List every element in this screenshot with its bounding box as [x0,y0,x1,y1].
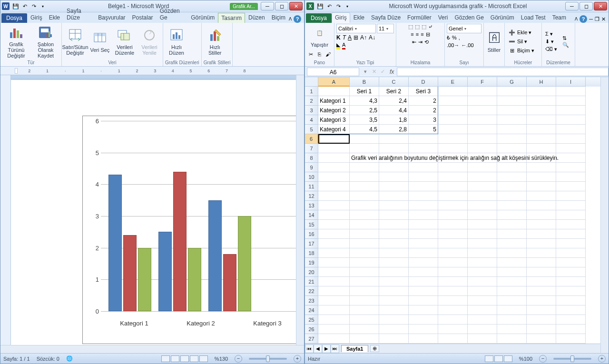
zoom-in-button[interactable]: + [598,355,606,363]
cell-I17[interactable] [556,239,586,248]
cell-F26[interactable] [468,325,497,334]
switch-row-column-button[interactable]: Satır/Sütun Değiştir [64,24,87,59]
fx-icon[interactable]: fx [390,69,394,75]
cell-B18[interactable] [350,248,379,258]
cell-I1[interactable] [556,87,586,96]
cell-A6[interactable] [318,134,350,144]
cell-D1[interactable]: Seri 3 [409,87,438,96]
comma-icon[interactable]: , [459,35,460,41]
cell-G6[interactable] [497,134,527,144]
redo-icon[interactable]: ↷ [29,2,38,10]
cell-I3[interactable] [556,106,586,115]
cell-H21[interactable] [527,277,556,286]
change-chart-type-button[interactable]: Grafik Türünü Değiştir [2,24,30,59]
tab-giris[interactable]: Giriş [332,12,350,23]
cell-G17[interactable] [497,239,527,248]
row-header[interactable]: 20 [305,267,318,277]
cell-H1[interactable] [527,87,556,96]
cell-F23[interactable] [468,296,497,305]
cell-H3[interactable] [527,106,556,115]
zoom-level[interactable]: %100 [519,356,532,362]
row-header[interactable]: 17 [305,239,318,248]
vertical-scrollbar[interactable] [296,75,304,345]
cell-H24[interactable] [527,305,556,315]
cell-A22[interactable] [318,286,350,296]
cell-F25[interactable] [468,315,497,325]
cell-A8[interactable] [318,153,350,163]
cell-D15[interactable] [409,220,438,229]
row-header[interactable]: 8 [305,153,318,163]
cell-D10[interactable] [409,172,438,182]
cell-G11[interactable] [497,182,527,191]
cell-F2[interactable] [468,96,497,106]
bar-seri-2[interactable] [173,172,187,311]
tab-gozden-gecir[interactable]: Gözden Ge [157,6,188,23]
cell-B7[interactable] [350,144,379,153]
cell-I4[interactable] [556,115,586,125]
cell-E5[interactable] [438,125,468,134]
cell-E1[interactable] [438,87,468,96]
redo-icon[interactable]: ↷ [334,2,343,10]
cell-C21[interactable] [379,277,409,286]
decrease-font-icon[interactable]: A↓ [369,34,375,41]
file-tab[interactable]: Dosya [306,13,332,23]
border-icon[interactable]: ⊞ [354,34,358,41]
tab-gorunum[interactable]: Görünüm [187,12,218,23]
column-header-A[interactable]: A [318,77,350,87]
cell-H25[interactable] [527,315,556,325]
cell-I16[interactable] [556,229,586,239]
cell-A24[interactable] [318,305,350,315]
next-sheet-icon[interactable]: ▶ [322,344,331,353]
cell-B3[interactable]: 2,5 [350,106,379,115]
row-header[interactable]: 5 [305,125,318,134]
cell-B22[interactable] [350,286,379,296]
fill-color-icon[interactable]: ◣ [336,42,340,49]
cell-C10[interactable] [379,172,409,182]
cell-G5[interactable] [497,125,527,134]
cell-E8[interactable] [438,153,468,163]
cell-C13[interactable] [379,201,409,210]
tab-team[interactable]: Team [549,12,570,23]
cell-F14[interactable] [468,210,497,220]
row-header[interactable]: 10 [305,172,318,182]
undo-icon[interactable]: ↶ [325,2,334,10]
cell-F3[interactable] [468,106,497,115]
merge-icon[interactable]: ⊟ [426,31,430,38]
cell-C7[interactable] [379,144,409,153]
horizontal-ruler[interactable]: 21·1·12345678 [0,67,304,75]
cell-A23[interactable] [318,296,350,305]
normal-view-icon[interactable] [485,355,493,362]
first-sheet-icon[interactable]: ⏮ [305,344,314,353]
minimize-button[interactable]: ─ [565,2,579,10]
tab-duzen[interactable]: Düzen [245,12,268,23]
tab-sayfa-duzeni[interactable]: Sayfa Düze [368,12,404,23]
cell-H16[interactable] [527,229,556,239]
row-header[interactable]: 3 [305,106,318,115]
cell-C26[interactable] [379,325,409,334]
cell-B5[interactable]: 4,5 [350,125,379,134]
cell-H7[interactable] [527,144,556,153]
horizontal-scrollbar[interactable] [0,345,304,353]
cell-F4[interactable] [468,115,497,125]
cell-A27[interactable] [318,334,350,344]
cell-D20[interactable] [409,267,438,277]
cell-E12[interactable] [438,191,468,201]
workbook-close-icon[interactable]: ✕ [601,16,606,22]
ribbon-collapse-icon[interactable]: ᐱ [575,17,578,21]
cell-B27[interactable] [350,334,379,344]
cell-E15[interactable] [438,220,468,229]
edit-data-button[interactable]: Verileri Düzenle [113,24,136,59]
name-box-dropdown-icon[interactable]: ▾ [361,69,370,75]
cell-C15[interactable] [379,220,409,229]
cell-F15[interactable] [468,220,497,229]
cell-C16[interactable] [379,229,409,239]
cell-G3[interactable] [497,106,527,115]
cell-G7[interactable] [497,144,527,153]
quick-layout-button[interactable]: Hızlı Düzen [165,24,188,59]
row-header[interactable]: 12 [305,191,318,201]
row-header[interactable]: 1 [305,87,318,96]
bar-seri-3[interactable] [238,216,251,311]
cell-B15[interactable] [350,220,379,229]
cell-D12[interactable] [409,191,438,201]
cell-H2[interactable] [527,96,556,106]
